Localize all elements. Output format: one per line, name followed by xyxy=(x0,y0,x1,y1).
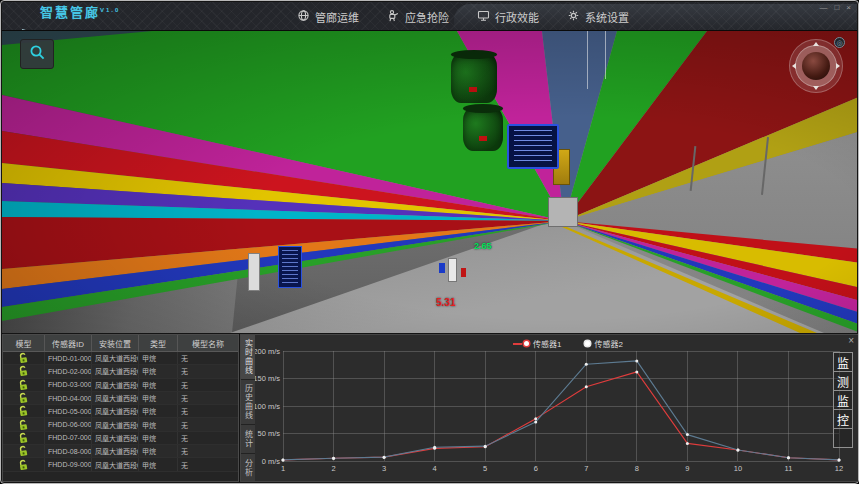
nav-admin[interactable]: 行政效能 xyxy=(477,9,539,25)
legend-item[interactable]: 传感器1 xyxy=(513,338,561,349)
unlock-icon xyxy=(3,365,45,377)
col-sensor-id[interactable]: 传感器ID xyxy=(45,335,92,351)
legend-label: 传感器2 xyxy=(594,338,622,349)
navigation-compass[interactable]: ◎ xyxy=(789,39,843,93)
type-cell: 甲烷 xyxy=(139,392,178,404)
gas-tank[interactable] xyxy=(451,53,497,103)
monitoring-section-button[interactable]: 监测监控 xyxy=(833,353,853,448)
table-row[interactable]: FHDD-09-000...凤凰大道西段0...甲烷无 xyxy=(3,458,238,471)
search-icon xyxy=(29,44,46,65)
nav-label: 行政效能 xyxy=(495,9,539,25)
svg-text:0 m/s: 0 m/s xyxy=(262,457,281,466)
location-cell: 凤凰大道西段0... xyxy=(92,352,139,364)
sensor-id-cell: FHDD-06-000... xyxy=(45,418,92,430)
svg-text:1: 1 xyxy=(281,464,285,473)
hanging-cable xyxy=(605,31,606,79)
legend-item[interactable]: 传感器2 xyxy=(585,338,622,349)
legend-line xyxy=(513,343,522,345)
tab-statistics[interactable]: 统计 xyxy=(241,425,255,453)
compass-reset-icon[interactable]: ◎ xyxy=(834,37,845,48)
model-name-cell: 无 xyxy=(178,379,238,391)
side-label-char: 测 xyxy=(833,371,853,391)
chart-legend: 传感器1传感器2 xyxy=(513,338,623,349)
table-row[interactable]: FHDD-01-000...凤凰大道西段0...甲烷无 xyxy=(3,352,238,365)
compass-arrow-east[interactable] xyxy=(836,63,840,69)
type-cell: 甲烷 xyxy=(139,365,178,377)
nav-settings[interactable]: 系统设置 xyxy=(567,9,629,25)
model-name-cell: 无 xyxy=(178,365,238,377)
location-cell: 凤凰大道西段0... xyxy=(92,418,139,430)
pipeline-ops-icon xyxy=(297,9,310,24)
svg-text:8: 8 xyxy=(635,464,639,473)
sensor-id-cell: FHDD-05-000... xyxy=(45,405,92,417)
wall-sign[interactable] xyxy=(278,246,302,288)
emergency-icon xyxy=(387,9,400,24)
location-cell: 凤凰大道西段0... xyxy=(92,365,139,377)
sensor-id-cell: FHDD-07-000... xyxy=(45,432,92,444)
chart-tabs: 实时曲线 历史曲线 统计 分析 xyxy=(241,335,255,481)
sensor-id-cell: FHDD-04-000... xyxy=(45,392,92,404)
distance-marker-green: 2.65 xyxy=(474,241,492,251)
nav-pipeline-ops[interactable]: 管廊运维 xyxy=(297,9,359,25)
tunnel-info-sign[interactable] xyxy=(507,124,559,169)
model-name-cell: 无 xyxy=(178,458,238,470)
fire-extinguisher xyxy=(461,268,466,277)
compass-arrow-north[interactable] xyxy=(813,42,819,46)
close-icon[interactable]: × xyxy=(846,4,851,12)
table-row[interactable]: FHDD-07-000...凤凰大道西段0...甲烷无 xyxy=(3,432,238,445)
table-row[interactable]: FHDD-02-000...凤凰大道西段0...甲烷无 xyxy=(3,365,238,378)
maximize-icon[interactable]: □ xyxy=(834,4,839,12)
location-cell: 凤凰大道西段0... xyxy=(92,458,139,470)
svg-text:3: 3 xyxy=(382,464,386,473)
window-controls: — □ × xyxy=(819,4,851,12)
sensor-id-cell: FHDD-03-000... xyxy=(45,379,92,391)
location-cell: 凤凰大道西段0... xyxy=(92,379,139,391)
main-nav: 管廊运维 应急抢险 行政效能 xyxy=(297,2,629,31)
svg-text:9: 9 xyxy=(685,464,689,473)
tab-history-curve[interactable]: 历史曲线 xyxy=(241,380,255,424)
svg-text:100 m/s: 100 m/s xyxy=(255,402,280,411)
nav-emergency[interactable]: 应急抢险 xyxy=(387,9,449,25)
legend-dot xyxy=(585,341,590,346)
table-row[interactable]: FHDD-06-000...凤凰大道西段0...甲烷无 xyxy=(3,418,238,431)
location-cell: 凤凰大道西段0... xyxy=(92,432,139,444)
wall-device xyxy=(439,263,445,273)
nav-label: 系统设置 xyxy=(585,9,629,25)
gas-tank[interactable] xyxy=(463,107,503,151)
table-row[interactable]: FHDD-08-000...凤凰大道西段0...甲烷无 xyxy=(3,445,238,458)
svg-text:200 m/s: 200 m/s xyxy=(255,347,280,356)
admin-monitor-icon xyxy=(477,9,490,24)
app-title: 智慧管廊V1.0 xyxy=(40,4,144,31)
model-name-cell: 无 xyxy=(178,405,238,417)
model-name-cell: 无 xyxy=(178,445,238,457)
compass-arrow-south[interactable] xyxy=(813,86,819,90)
legend-label: 传感器1 xyxy=(533,338,561,349)
location-cell: 凤凰大道西段0... xyxy=(92,392,139,404)
col-type[interactable]: 类型 xyxy=(139,335,178,351)
sensor-id-cell: FHDD-09-000... xyxy=(45,458,92,470)
tab-analysis[interactable]: 分析 xyxy=(241,454,255,481)
sensor-line-chart: 1234567891011120 m/s50 m/s100 m/s150 m/s… xyxy=(255,335,855,481)
tab-realtime-curve[interactable]: 实时曲线 xyxy=(241,335,255,379)
tunnel-3d-view[interactable]: 2.65 5.31 ◎ xyxy=(2,31,857,333)
unlock-icon xyxy=(3,352,45,364)
table-row[interactable]: FHDD-05-000...凤凰大道西段0...甲烷无 xyxy=(3,405,238,418)
sensor-id-cell: FHDD-01-000... xyxy=(45,352,92,364)
table-row[interactable]: FHDD-04-000...凤凰大道西段0...甲烷无 xyxy=(3,392,238,405)
svg-text:150 m/s: 150 m/s xyxy=(255,374,280,383)
col-location[interactable]: 安装位置 xyxy=(92,335,139,351)
sensor-id-cell: FHDD-02-000... xyxy=(45,365,92,377)
col-model[interactable]: 模型 xyxy=(3,335,45,351)
compass-arrow-west[interactable] xyxy=(792,63,796,69)
legend-dot xyxy=(524,341,529,346)
unlock-icon xyxy=(3,432,45,444)
side-label-char: 监 xyxy=(833,390,853,410)
panel-close-icon[interactable]: × xyxy=(848,335,854,346)
minimize-icon[interactable]: — xyxy=(819,4,827,12)
col-model-name[interactable]: 模型名称 xyxy=(178,335,238,351)
table-row[interactable]: FHDD-03-000...凤凰大道西段0...甲烷无 xyxy=(3,379,238,392)
model-name-cell: 无 xyxy=(178,432,238,444)
gear-icon xyxy=(567,9,580,24)
hanging-cable xyxy=(587,31,588,89)
search-button[interactable] xyxy=(20,39,54,69)
